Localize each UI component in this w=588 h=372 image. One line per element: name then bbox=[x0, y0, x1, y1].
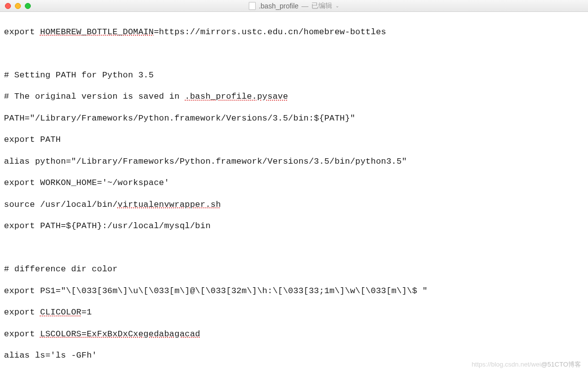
traffic-lights bbox=[0, 3, 31, 9]
code-line bbox=[4, 48, 584, 59]
title-separator: — bbox=[301, 2, 308, 10]
zoom-icon[interactable] bbox=[25, 3, 31, 9]
code-line: alias ls='ls -GFh' bbox=[4, 350, 584, 361]
chevron-down-icon[interactable]: ⌄ bbox=[335, 3, 339, 8]
code-line: # The original version is saved in .bash… bbox=[4, 91, 584, 102]
code-line: export PS1="\[\033[36m\]\u\[\033[m\]@\[\… bbox=[4, 286, 584, 297]
code-line: # Setting PATH for Python 3.5 bbox=[4, 70, 584, 81]
code-line: PATH="/Library/Frameworks/Python.framewo… bbox=[4, 113, 584, 124]
code-line: # difference dir color bbox=[4, 264, 584, 275]
document-icon bbox=[249, 2, 256, 10]
minimize-icon[interactable] bbox=[15, 3, 21, 9]
code-line: alias python="/Library/Frameworks/Python… bbox=[4, 156, 584, 167]
code-line: export PATH=${PATH}:/usr/local/mysql/bin bbox=[4, 221, 584, 232]
code-line: export LSCOLORS=ExFxBxDxCxegedabagacad bbox=[4, 329, 584, 340]
close-icon[interactable] bbox=[5, 3, 11, 9]
title-status: 已编辑 bbox=[311, 1, 332, 10]
code-line: export PATH bbox=[4, 134, 584, 145]
code-line bbox=[4, 243, 584, 253]
window-titlebar: .bash_profile — 已编辑 ⌄ bbox=[0, 0, 588, 12]
title-filename: .bash_profile bbox=[259, 2, 298, 10]
watermark: https://blog.csdn.net/wei@51CTO博客 bbox=[472, 360, 581, 369]
text-editor[interactable]: export HOMEBREW_BOTTLE_DOMAIN=https://mi… bbox=[0, 12, 588, 372]
window-title: .bash_profile — 已编辑 ⌄ bbox=[249, 1, 339, 10]
code-line: export HOMEBREW_BOTTLE_DOMAIN=https://mi… bbox=[4, 27, 584, 38]
code-line: export WORKON_HOME='~/workspace' bbox=[4, 178, 584, 188]
code-line: export CLICOLOR=1 bbox=[4, 307, 584, 318]
code-line: source /usr/local/bin/virtualenvwrapper.… bbox=[4, 199, 584, 210]
